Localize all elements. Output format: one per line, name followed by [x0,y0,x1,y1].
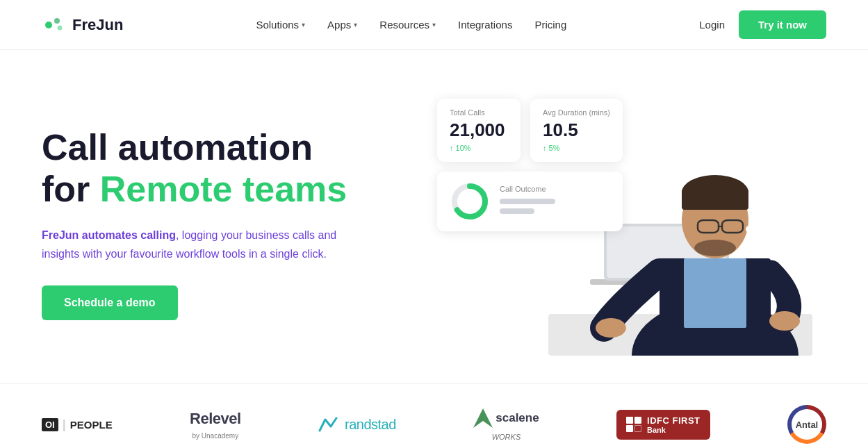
scalene-arrow-icon [473,408,493,428]
svg-point-2 [58,25,63,30]
total-calls-card: Total Calls 21,000 ↑ 10% [437,99,521,162]
svg-marker-22 [473,408,493,428]
randstad-text: randstad [345,417,396,433]
relevel-sub: by Unacademy [192,432,238,440]
hero-subtext: FreJun automates calling, logging your b… [42,226,361,263]
call-outcome-card: Call Outcome [437,172,623,231]
dashboard-overlay: Total Calls 21,000 ↑ 10% Avg Duration (m… [437,99,623,231]
frejun-logo-icon [42,13,67,38]
svg-point-19 [769,311,800,331]
logo-idfc: IDFC FIRST Bank [616,410,710,440]
donut-chart [450,181,490,222]
outcome-bar-2 [500,208,534,214]
hero-section: Call automation for Remote teams FreJun … [0,50,868,383]
scalene-sub: WORKS [492,433,521,441]
logo-antal: Antal [787,405,826,444]
call-outcome-label: Call Outcome [500,185,610,193]
svg-rect-11 [684,258,746,328]
relevel-name: Relevel [190,410,241,428]
randstad-symbol [318,417,341,432]
nav-actions: Login Try it now [699,10,826,39]
svg-rect-14 [682,189,748,210]
scalene-name: scalene [496,411,539,425]
total-calls-change: ↑ 10% [450,144,508,152]
chevron-down-icon: ▾ [432,21,436,28]
nav-apps[interactable]: Apps ▾ [327,19,357,31]
idfc-icon [626,417,641,432]
stat-cards-row: Total Calls 21,000 ↑ 10% Avg Duration (m… [437,99,623,162]
olx-people-text: PEOPLE [70,419,113,431]
chevron-down-icon: ▾ [302,21,305,28]
hero-content: Call automation for Remote teams FreJun … [42,127,361,320]
total-calls-label: Total Calls [450,108,508,117]
idfc-name: IDFC FIRST [647,415,701,426]
avg-duration-label: Avg Duration (mins) [543,108,610,117]
login-button[interactable]: Login [699,19,725,31]
try-it-now-button[interactable]: Try it now [739,10,826,39]
outcome-bar-1 [500,199,555,204]
brand-logo[interactable]: FreJun [42,13,123,38]
hero-heading: Call automation for Remote teams [42,127,361,210]
nav-resources[interactable]: Resources ▾ [379,19,436,31]
logo-randstad: randstad [318,417,396,433]
nav-pricing[interactable]: Pricing [534,19,566,31]
hero-heading-line2: for Remote teams [42,169,347,209]
svg-point-18 [596,318,626,338]
nav-integrations[interactable]: Integrations [458,19,512,31]
logo-olx-people: OI | PEOPLE [42,417,113,432]
nav-links: Solutions ▾ Apps ▾ Resources ▾ Integrati… [256,19,566,31]
avg-duration-card: Avg Duration (mins) 10.5 ↑ 5% [530,99,623,162]
outcome-bars: Call Outcome [500,185,610,218]
antal-ring: Antal [787,405,826,444]
brand-name: FreJun [72,16,123,34]
hero-visual: Total Calls 21,000 ↑ 10% Avg Duration (m… [437,92,826,356]
logo-relevel: Relevel by Unacademy [190,410,241,440]
svg-point-21 [694,240,736,256]
logo-scalene: scalene WORKS [473,408,539,441]
schedule-demo-button[interactable]: Schedule a demo [42,285,178,320]
idfc-logo-container: IDFC FIRST Bank [616,410,710,440]
logos-strip: OI | PEOPLE Relevel by Unacademy randsta… [0,383,868,448]
nav-solutions[interactable]: Solutions ▾ [256,19,305,31]
olx-pipe: | [63,417,66,432]
idfc-bank: Bank [647,426,701,434]
antal-text: Antal [792,409,822,440]
svg-point-0 [45,22,52,28]
svg-point-20 [746,226,753,233]
avg-duration-value: 10.5 [543,119,610,141]
svg-point-1 [54,18,60,24]
olx-box: OI [42,418,58,431]
navbar: FreJun Solutions ▾ Apps ▾ Resources ▾ In… [0,0,868,50]
chevron-down-icon: ▾ [354,21,357,28]
avg-duration-change: ↑ 5% [543,144,610,152]
total-calls-value: 21,000 [450,119,508,141]
